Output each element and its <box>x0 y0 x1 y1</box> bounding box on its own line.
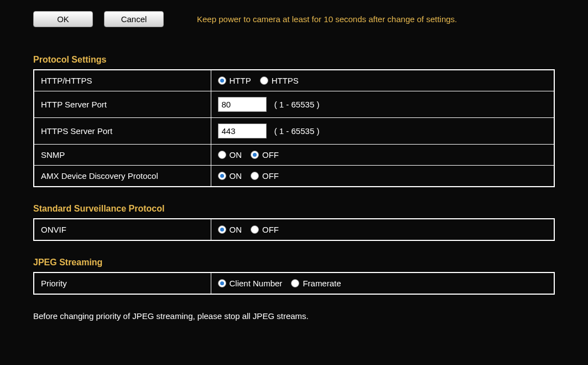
http-radio[interactable] <box>218 76 226 85</box>
http-https-row: HTTP/HTTPS HTTP HTTPS <box>34 70 554 91</box>
http-port-range: ( 1 - 65535 ) <box>274 100 320 109</box>
onvif-on-label[interactable]: ON <box>230 225 242 234</box>
amx-off-label[interactable]: OFF <box>262 171 279 181</box>
amx-on-radio[interactable] <box>218 172 226 180</box>
amx-row: AMX Device Discovery Protocol ON OFF <box>34 166 554 187</box>
priority-label: Priority <box>34 273 211 294</box>
http-port-input[interactable] <box>218 97 267 112</box>
http-port-row: HTTP Server Port ( 1 - 65535 ) <box>34 91 554 118</box>
snmp-off-radio[interactable] <box>251 151 259 159</box>
jpeg-streaming-table: Priority Client Number Framerate <box>33 272 555 295</box>
https-port-label: HTTPS Server Port <box>34 118 211 145</box>
surveillance-title: Standard Surveillance Protocol <box>33 204 555 214</box>
protocol-settings-title: Protocol Settings <box>33 55 555 65</box>
top-button-row: OK Cancel Keep power to camera at least … <box>33 11 555 27</box>
https-radio[interactable] <box>260 76 268 85</box>
power-hint-text: Keep power to camera at least for 10 sec… <box>197 14 457 24</box>
client-number-label[interactable]: Client Number <box>230 279 283 288</box>
snmp-on-label[interactable]: ON <box>230 150 242 160</box>
surveillance-table: ONVIF ON OFF <box>33 218 555 241</box>
https-port-input[interactable] <box>218 124 267 138</box>
framerate-radio[interactable] <box>291 279 299 287</box>
onvif-row: ONVIF ON OFF <box>34 219 554 240</box>
amx-off-radio[interactable] <box>251 172 259 180</box>
http-radio-label[interactable]: HTTP <box>230 76 251 85</box>
client-number-radio[interactable] <box>218 279 226 287</box>
priority-row: Priority Client Number Framerate <box>34 273 554 294</box>
amx-on-label[interactable]: ON <box>230 171 242 181</box>
footer-note: Before changing priority of JPEG streami… <box>33 311 555 321</box>
snmp-label: SNMP <box>34 145 211 166</box>
ok-button[interactable]: OK <box>33 11 93 27</box>
snmp-off-label[interactable]: OFF <box>262 150 279 160</box>
framerate-label[interactable]: Framerate <box>303 279 341 288</box>
onvif-on-radio[interactable] <box>218 225 226 234</box>
amx-label: AMX Device Discovery Protocol <box>34 166 211 187</box>
https-radio-label[interactable]: HTTPS <box>272 76 299 85</box>
protocol-settings-table: HTTP/HTTPS HTTP HTTPS HTTP Server Port (… <box>33 69 555 187</box>
cancel-button[interactable]: Cancel <box>104 11 164 27</box>
snmp-on-radio[interactable] <box>218 151 226 159</box>
http-https-label: HTTP/HTTPS <box>34 70 211 91</box>
jpeg-streaming-title: JPEG Streaming <box>33 258 555 268</box>
onvif-off-radio[interactable] <box>251 225 259 234</box>
https-port-range: ( 1 - 65535 ) <box>274 126 320 136</box>
onvif-off-label[interactable]: OFF <box>262 225 279 234</box>
snmp-row: SNMP ON OFF <box>34 145 554 166</box>
https-port-row: HTTPS Server Port ( 1 - 65535 ) <box>34 118 554 145</box>
http-port-label: HTTP Server Port <box>34 91 211 118</box>
onvif-label: ONVIF <box>34 219 211 240</box>
